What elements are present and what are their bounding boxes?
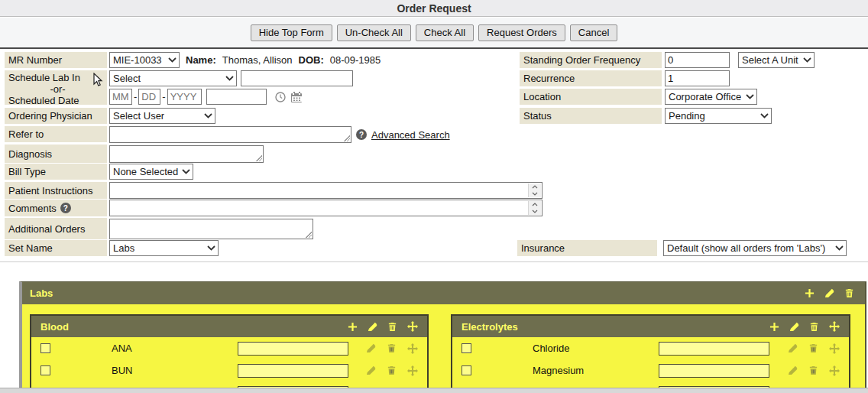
schedule-label: Schedule Lab In -or- Scheduled Date (5, 70, 107, 105)
patient-instructions-textarea[interactable] (109, 182, 542, 199)
lab-item-label: BUN (112, 365, 238, 376)
lab-item-label: Chloride (533, 343, 659, 354)
move-icon[interactable] (407, 343, 418, 354)
set-name-label: Set Name (5, 240, 107, 256)
edit-icon[interactable] (824, 288, 834, 298)
lab-value-input[interactable] (238, 342, 348, 356)
location-row: Corporate Office (665, 89, 757, 105)
divider (0, 47, 868, 49)
check-all-button[interactable]: Check All (416, 24, 474, 41)
refer-to-input[interactable] (109, 126, 351, 143)
edit-icon[interactable] (368, 322, 377, 332)
comments-row (109, 200, 542, 216)
comments-textarea[interactable] (109, 200, 542, 216)
recurrence-input[interactable]: 1 (665, 70, 730, 86)
mr-number-row: MIE-10033 Name: Thomas, Allison DOB: 08-… (109, 52, 381, 68)
patient-instructions-label: Patient Instructions (5, 182, 107, 199)
cancel-button[interactable]: Cancel (570, 24, 617, 41)
chevron-down-icon (803, 57, 811, 63)
add-icon[interactable] (348, 322, 358, 332)
lab-value-input[interactable] (659, 364, 769, 378)
advanced-search-link[interactable]: Advanced Search (371, 129, 450, 141)
standing-order-frequency-row: 0 Select A Unit (665, 52, 815, 68)
labs-panel-header: Labs (22, 282, 865, 304)
move-icon[interactable] (829, 365, 840, 376)
recurrence-label: Recurrence (520, 70, 662, 86)
status-row: Pending (665, 108, 772, 124)
clock-icon[interactable] (275, 92, 286, 102)
month-input[interactable]: MM (109, 89, 132, 105)
edit-icon[interactable] (366, 343, 376, 353)
lab-checkbox[interactable] (40, 343, 50, 353)
schedule-lab-in-input[interactable] (241, 70, 353, 86)
diagnosis-label: Diagnosis (5, 145, 107, 163)
set-name-row: Labs (109, 240, 219, 256)
lab-item-label: Magnesium (533, 365, 659, 376)
lab-checkbox[interactable] (40, 365, 50, 375)
add-icon[interactable] (769, 322, 779, 332)
year-input[interactable]: YYYY (167, 89, 202, 105)
day-input[interactable]: DD (138, 89, 160, 105)
lab-value-input[interactable] (238, 364, 348, 378)
lab-group-blood: Blood ANA BUN (30, 314, 429, 393)
trash-icon[interactable] (387, 343, 397, 353)
scrollbar[interactable] (528, 201, 541, 215)
refer-to-row: ? Advanced Search (109, 126, 450, 143)
move-icon[interactable] (407, 365, 418, 376)
add-icon[interactable] (805, 288, 815, 298)
trash-icon[interactable] (387, 365, 397, 375)
lab-checkbox[interactable] (462, 343, 471, 353)
time-input[interactable] (206, 89, 267, 105)
additional-orders-row (109, 219, 313, 239)
trash-icon[interactable] (844, 288, 854, 298)
labs-panel: Labs Blood ANA (19, 281, 866, 393)
trash-icon[interactable] (387, 322, 397, 332)
lab-value-input[interactable] (659, 342, 769, 356)
additional-orders-textarea[interactable] (109, 219, 313, 239)
refer-to-label: Refer to (5, 126, 107, 142)
group-rows: Chloride Magnesium Potassium (452, 337, 849, 393)
location-select[interactable]: Corporate Office (665, 89, 757, 105)
help-icon[interactable]: ? (356, 129, 367, 140)
labs-panel-title: Labs (30, 287, 53, 299)
status-select[interactable]: Pending (665, 108, 772, 124)
schedule-lab-in-select[interactable]: Select (109, 70, 237, 86)
title-bar: Order Request (0, 0, 868, 17)
trash-icon[interactable] (808, 365, 818, 375)
edit-icon[interactable] (366, 365, 376, 375)
calendar-icon[interactable] (291, 92, 303, 102)
chevron-down-icon (207, 245, 215, 251)
edit-icon[interactable] (788, 343, 798, 353)
page-title: Order Request (397, 2, 471, 15)
insurance-select[interactable]: Default (show all orders from 'Labs') (663, 240, 847, 256)
uncheck-all-button[interactable]: Un-Check All (337, 24, 411, 41)
diagnosis-textarea[interactable] (109, 145, 264, 163)
bottom-scroll-strip[interactable] (0, 388, 868, 393)
ordering-physician-select[interactable]: Select User (109, 108, 215, 124)
trash-icon[interactable] (808, 343, 818, 353)
insurance-label: Insurance (517, 240, 657, 256)
lab-group-electrolytes: Electrolytes Chloride Magnesium (451, 314, 850, 393)
divider (0, 261, 868, 262)
move-icon[interactable] (829, 321, 840, 332)
move-icon[interactable] (407, 321, 418, 332)
move-icon[interactable] (829, 343, 840, 354)
edit-icon[interactable] (788, 365, 798, 375)
frequency-unit-select[interactable]: Select A Unit (738, 52, 815, 68)
lab-order-row: ANA (31, 337, 427, 359)
bill-type-select[interactable]: None Selected (109, 164, 193, 180)
trash-icon[interactable] (809, 322, 819, 332)
help-icon[interactable]: ? (60, 203, 71, 213)
edit-icon[interactable] (789, 322, 799, 332)
request-orders-button[interactable]: Request Orders (478, 24, 565, 41)
additional-orders-label: Additional Orders (5, 218, 107, 239)
patient-name-value: Thomas, Allison (222, 54, 293, 66)
standing-order-frequency-input[interactable]: 0 (665, 52, 730, 68)
scrollbar[interactable] (528, 184, 541, 197)
dob-label: DOB: (299, 54, 324, 66)
hide-top-form-button[interactable]: Hide Top Form (251, 24, 332, 41)
lab-checkbox[interactable] (462, 365, 471, 375)
mr-number-select[interactable]: MIE-10033 (109, 52, 180, 68)
ordering-physician-row: Select User (109, 108, 215, 124)
set-name-select[interactable]: Labs (109, 240, 219, 256)
